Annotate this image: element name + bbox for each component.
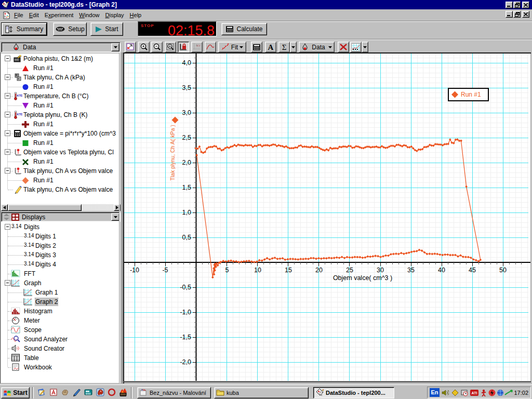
svg-text:KTD: KTD [17, 94, 23, 97]
svg-text:10: 10 [254, 267, 261, 274]
svg-text:-1,5: -1,5 [180, 334, 191, 341]
svg-text:5: 5 [225, 267, 229, 274]
svg-text:0,5: 0,5 [182, 234, 191, 241]
svg-text:KTD: KTD [17, 113, 23, 116]
svg-text:3.14: 3.14 [24, 233, 34, 238]
svg-text:3,5: 3,5 [182, 84, 191, 91]
svg-text:-10: -10 [130, 267, 139, 274]
svg-text:3.14: 3.14 [24, 242, 34, 248]
svg-text:-2,0: -2,0 [180, 358, 191, 366]
svg-text:2,0: 2,0 [182, 159, 191, 166]
svg-text:25: 25 [346, 267, 353, 274]
svg-text:1,5: 1,5 [182, 184, 191, 191]
svg-text:Run #1: Run #1 [461, 91, 481, 98]
svg-text:-5: -5 [162, 267, 168, 274]
svg-text:2,5: 2,5 [182, 134, 191, 141]
svg-text:30: 30 [377, 267, 384, 274]
svg-text:Tlak plynu, Ch A( kPa ): Tlak plynu, Ch A( kPa ) [169, 125, 176, 180]
svg-text:15: 15 [285, 267, 292, 274]
svg-text:20: 20 [315, 267, 323, 274]
svg-text:50: 50 [499, 267, 507, 274]
svg-text:3.14: 3.14 [24, 261, 34, 267]
svg-text:-1,0: -1,0 [180, 309, 191, 316]
svg-text:-0,5: -0,5 [180, 284, 191, 291]
svg-text:45: 45 [469, 267, 476, 274]
svg-text:XY: XY [196, 44, 201, 47]
svg-text:1,0: 1,0 [182, 209, 191, 216]
svg-text:35: 35 [407, 267, 415, 274]
svg-text:4,0: 4,0 [182, 59, 191, 66]
svg-text:A: A [268, 43, 274, 51]
svg-text:40: 40 [438, 267, 445, 274]
svg-text:Σ: Σ [282, 43, 287, 51]
svg-text:3.14: 3.14 [24, 251, 34, 257]
svg-text:Objem valce( cm^3 ): Objem valce( cm^3 ) [333, 274, 392, 282]
svg-text:ATI: ATI [472, 391, 477, 395]
svg-text:3.14: 3.14 [11, 223, 21, 229]
svg-text:3,0: 3,0 [182, 109, 191, 116]
